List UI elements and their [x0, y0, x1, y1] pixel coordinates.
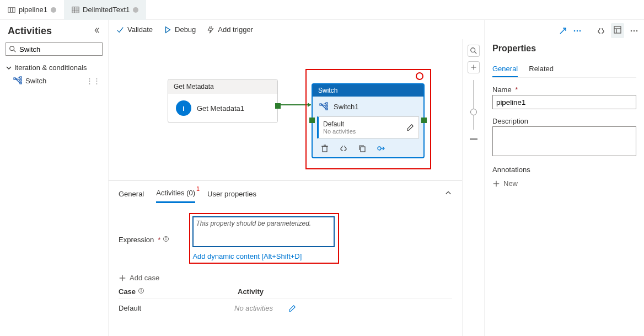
copy-icon[interactable]: [358, 144, 367, 153]
highlight-dot-icon: [416, 72, 423, 80]
expand-icon[interactable]: [377, 144, 385, 153]
svg-rect-13: [20, 82, 22, 84]
tab-activities[interactable]: Activities (0) 1: [156, 184, 195, 203]
svg-point-38: [141, 289, 141, 290]
unsaved-dot-icon: [51, 7, 56, 13]
add-trigger-label: Add trigger: [218, 25, 253, 34]
category-iteration[interactable]: Iteration & conditionals: [0, 61, 108, 74]
category-label: Iteration & conditionals: [14, 63, 87, 72]
name-label: Name: [492, 86, 512, 94]
node-get-metadata[interactable]: Get Metadata i Get Metadata1: [168, 79, 278, 123]
trigger-icon: [207, 26, 214, 34]
svg-rect-21: [326, 108, 328, 110]
svg-point-39: [470, 48, 475, 52]
zoom-in-button[interactable]: [468, 61, 480, 73]
tab-related[interactable]: Related: [529, 61, 554, 77]
properties-title: Properties: [492, 44, 636, 54]
edit-icon[interactable]: [288, 305, 296, 312]
no-activities-cell: No activities: [234, 304, 273, 312]
code-icon[interactable]: [339, 144, 348, 153]
svg-point-43: [573, 30, 575, 31]
node-switch[interactable]: Switch Switch1 Default No activities: [312, 83, 425, 158]
edit-icon[interactable]: [406, 124, 414, 131]
description-label: Description: [492, 117, 636, 125]
debug-button[interactable]: Debug: [164, 25, 196, 34]
svg-point-51: [636, 30, 638, 31]
delete-icon[interactable]: [320, 144, 329, 153]
more-icon[interactable]: [573, 26, 582, 35]
top-tabs: pipeline1 DelimitedText1: [0, 0, 644, 20]
pipeline-icon: [8, 6, 15, 14]
svg-rect-20: [326, 105, 328, 107]
required-asterisk: *: [513, 86, 518, 94]
cases-table: Case Activity Default No ac: [119, 285, 452, 318]
debug-label: Debug: [175, 25, 196, 34]
code-icon[interactable]: [597, 26, 605, 35]
svg-line-14: [15, 78, 20, 79]
zoom-thumb[interactable]: [470, 109, 477, 115]
error-badge: 1: [196, 185, 200, 192]
zoom-slider[interactable]: [473, 80, 474, 130]
tab-pipeline[interactable]: pipeline1: [0, 0, 64, 20]
node-header: Get Metadata: [168, 79, 277, 94]
description-input[interactable]: [492, 126, 636, 156]
svg-rect-3: [72, 7, 79, 13]
expression-input[interactable]: [192, 216, 335, 247]
properties-icon[interactable]: [611, 23, 624, 38]
node-header: Switch: [313, 84, 423, 97]
svg-point-49: [631, 30, 632, 31]
default-sub: No activities: [323, 128, 356, 135]
properties-panel: Properties General Related Name * Descri…: [484, 20, 644, 336]
zoom-controls: [462, 39, 484, 336]
zoom-fit-button[interactable]: [468, 45, 480, 57]
tab-delimited[interactable]: DelimitedText1: [64, 0, 146, 20]
case-column-header: Case: [119, 287, 136, 296]
svg-point-45: [579, 30, 581, 31]
svg-rect-0: [8, 7, 10, 12]
activity-column-header: Activity: [238, 287, 264, 296]
activity-switch[interactable]: Switch ⋮⋮: [0, 74, 108, 87]
activities-search-input[interactable]: [6, 42, 103, 56]
svg-rect-1: [10, 7, 13, 12]
svg-line-40: [474, 52, 476, 54]
more-icon[interactable]: [630, 26, 638, 35]
add-dynamic-content-link[interactable]: Add dynamic content [Alt+Shift+D]: [192, 252, 302, 260]
svg-rect-18: [320, 104, 321, 105]
svg-point-29: [378, 147, 381, 150]
svg-line-22: [321, 104, 326, 105]
chevron-collapse-icon[interactable]: [93, 26, 100, 36]
required-asterisk: *: [158, 236, 160, 244]
output-port[interactable]: [421, 118, 427, 123]
svg-point-50: [634, 30, 635, 31]
validate-button[interactable]: Validate: [116, 25, 153, 34]
tab-general[interactable]: General: [492, 61, 518, 77]
tab-user-properties[interactable]: User properties: [207, 185, 256, 202]
zoom-out-button[interactable]: [470, 138, 477, 140]
svg-rect-46: [614, 26, 621, 33]
maximize-icon[interactable]: [559, 26, 567, 35]
svg-rect-28: [361, 147, 365, 152]
tab-general[interactable]: General: [119, 185, 144, 202]
svg-point-8: [10, 46, 14, 51]
drag-handle-icon[interactable]: ⋮⋮: [86, 77, 100, 85]
input-port[interactable]: [309, 118, 315, 123]
annotations-label: Annotations: [492, 166, 636, 174]
svg-rect-11: [20, 77, 22, 78]
svg-point-33: [166, 237, 167, 238]
unsaved-dot-icon: [133, 7, 138, 13]
pipeline-canvas[interactable]: Get Metadata i Get Metadata1: [109, 39, 462, 180]
svg-line-9: [14, 50, 16, 52]
svg-rect-19: [326, 103, 328, 104]
activity-label: Switch: [25, 77, 46, 85]
collapse-panel-icon[interactable]: [444, 189, 452, 199]
add-case-button[interactable]: Add case: [119, 274, 159, 282]
default-case-card[interactable]: Default No activities: [317, 116, 419, 138]
info-icon[interactable]: [163, 236, 169, 244]
info-icon[interactable]: [138, 287, 144, 296]
add-annotation-button[interactable]: New: [492, 179, 518, 188]
activities-title: Activities: [8, 25, 52, 37]
chevron-down-icon: [6, 65, 12, 71]
add-trigger-button[interactable]: Add trigger: [207, 25, 253, 34]
plus-icon: [492, 180, 500, 188]
name-input[interactable]: [492, 95, 636, 109]
